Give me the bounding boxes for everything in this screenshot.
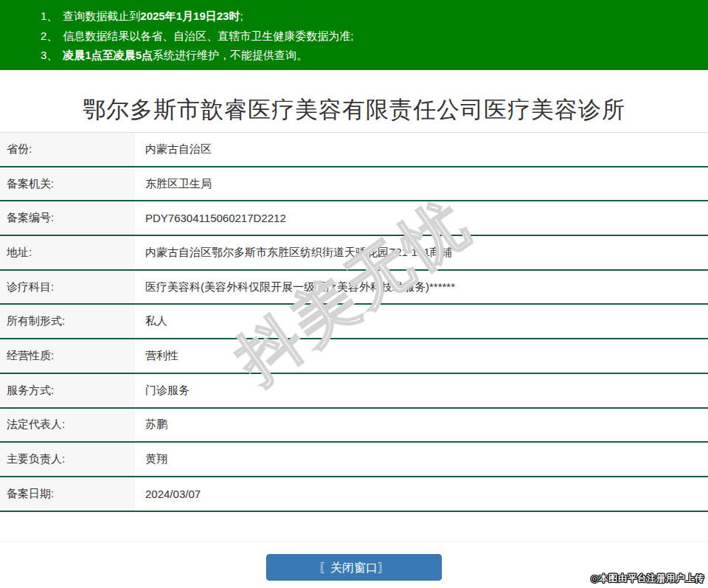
row-label: 备案编号: <box>0 201 135 235</box>
notice-line: 3、凌晨1点至凌晨5点系统进行维护，不能提供查询。 <box>41 46 701 66</box>
table-row: 备案日期:2024/03/07 <box>0 477 708 512</box>
row-value: 东胜区卫生局 <box>135 167 708 201</box>
notice-text: 查询数据截止到 <box>63 10 140 22</box>
table-row: 所有制形式:私人 <box>0 305 708 339</box>
notice-text: ; <box>240 10 243 22</box>
notice-line: 1、查询数据截止到2025年1月19日23时; <box>41 7 701 27</box>
row-value: PDY76304115060217D2212 <box>135 201 708 235</box>
row-label: 地址: <box>0 236 135 269</box>
notice-text: 凌晨1点至凌晨5点 <box>63 49 153 61</box>
row-value: 内蒙古自治区鄂尔多斯市东胜区纺织街道天骄花园Z21-101商铺 <box>135 236 708 269</box>
row-label: 主要负责人: <box>0 443 135 476</box>
notice-line: 2、信息数据结果以各省、自治区、直辖市卫生健康委数据为准; <box>41 27 701 46</box>
row-value: 苏鹏 <box>135 409 708 442</box>
row-label: 经营性质: <box>0 339 135 373</box>
table-row: 诊疗科目:医疗美容科(美容外科仅限开展一级医疗美容外科技术服务)****** <box>0 271 708 305</box>
notice-bar: 1、查询数据截止到2025年1月19日23时;2、信息数据结果以各省、自治区、直… <box>0 0 708 70</box>
notice-text: 2025年1月19日23时 <box>140 10 240 22</box>
close-window-button[interactable]: 〖关闭窗口〗 <box>266 554 442 581</box>
row-value: 营利性 <box>135 339 708 373</box>
table-row: 经营性质:营利性 <box>0 339 708 374</box>
row-label: 诊疗科目: <box>0 271 135 304</box>
row-value: 私人 <box>135 305 708 338</box>
row-value: 内蒙古自治区 <box>135 133 708 166</box>
notice-text: 系统进行维护，不能提供查询。 <box>153 49 308 61</box>
notice-number: 3、 <box>41 49 58 61</box>
notice-text: 信息数据结果以各省、自治区、直辖市卫生健康委数据为准; <box>63 30 353 42</box>
row-label: 省份: <box>0 133 135 166</box>
footer-separator <box>0 542 708 542</box>
table-row: 省份:内蒙古自治区 <box>0 133 708 167</box>
notice-list: 1、查询数据截止到2025年1月19日23时;2、信息数据结果以各省、自治区、直… <box>41 7 701 66</box>
row-value: 黄翔 <box>135 443 708 476</box>
table-row: 备案机关:东胜区卫生局 <box>0 167 708 202</box>
page-title: 鄂尔多斯市歆睿医疗美容有限责任公司医疗美容诊所 <box>0 94 708 125</box>
table-row: 备案编号:PDY76304115060217D2212 <box>0 201 708 236</box>
record-table: 省份:内蒙古自治区备案机关:东胜区卫生局备案编号:PDY763041150602… <box>0 132 708 512</box>
row-label: 备案日期: <box>0 477 135 511</box>
corner-upload-watermark: ◎本图由平台注册用户上传 <box>591 573 704 585</box>
row-label: 备案机关: <box>0 167 135 201</box>
table-row: 法定代表人:苏鹏 <box>0 409 708 443</box>
row-value: 医疗美容科(美容外科仅限开展一级医疗美容外科技术服务)****** <box>135 271 708 304</box>
notice-number: 2、 <box>41 30 58 42</box>
row-label: 服务方式: <box>0 374 135 407</box>
table-row: 服务方式:门诊服务 <box>0 374 708 409</box>
row-value: 门诊服务 <box>135 374 708 407</box>
row-label: 所有制形式: <box>0 305 135 338</box>
row-label: 法定代表人: <box>0 409 135 442</box>
table-row: 主要负责人:黄翔 <box>0 443 708 477</box>
table-row: 地址:内蒙古自治区鄂尔多斯市东胜区纺织街道天骄花园Z21-101商铺 <box>0 236 708 271</box>
row-value: 2024/03/07 <box>135 477 708 511</box>
notice-number: 1、 <box>41 10 58 22</box>
